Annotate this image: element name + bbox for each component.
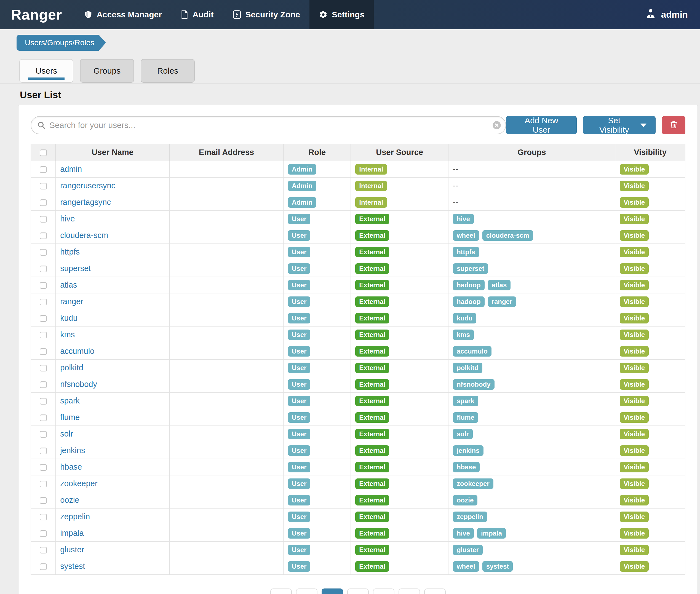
row-checkbox[interactable] — [40, 530, 47, 537]
row-checkbox[interactable] — [40, 266, 47, 272]
role-badge: Admin — [288, 197, 316, 208]
nav-item-security-zone[interactable]: Security Zone — [223, 0, 309, 29]
source-badge: External — [355, 478, 389, 489]
user-name-link[interactable]: oozie — [60, 496, 79, 504]
select-all-cell — [31, 144, 56, 161]
row-checkbox[interactable] — [40, 299, 47, 305]
table-row: hiveUserExternalhiveVisible — [31, 211, 686, 227]
row-checkbox[interactable] — [40, 464, 47, 471]
row-checkbox[interactable] — [40, 166, 47, 173]
email-cell — [170, 426, 284, 442]
row-checkbox[interactable] — [40, 332, 47, 338]
tab-roles[interactable]: Roles — [141, 59, 195, 83]
visibility-badge: Visible — [620, 379, 649, 390]
breadcrumb[interactable]: Users/Groups/Roles — [16, 35, 99, 51]
role-badge: User — [288, 396, 310, 406]
user-name-link[interactable]: nfsnobody — [60, 380, 97, 389]
email-cell — [170, 492, 284, 508]
row-checkbox[interactable] — [40, 497, 47, 504]
row-checkbox[interactable] — [40, 282, 47, 289]
row-checkbox[interactable] — [40, 365, 47, 371]
tab-users[interactable]: Users — [19, 59, 73, 83]
set-visibility-button[interactable]: Set Visibility — [583, 116, 656, 134]
page-button[interactable] — [399, 589, 420, 594]
user-name-link[interactable]: atlas — [60, 280, 77, 289]
page-button[interactable] — [424, 589, 446, 594]
user-name-link[interactable]: solr — [60, 429, 73, 438]
row-checkbox[interactable] — [40, 216, 47, 223]
user-name-link[interactable]: ranger — [60, 297, 83, 306]
delete-users-button[interactable] — [662, 116, 686, 134]
document-icon — [181, 10, 188, 19]
row-checkbox[interactable] — [40, 431, 47, 438]
nav-item-audit[interactable]: Audit — [171, 0, 223, 29]
user-name-link[interactable]: polkitd — [60, 363, 83, 372]
row-checkbox[interactable] — [40, 415, 47, 421]
row-checkbox[interactable] — [40, 183, 47, 190]
page-button[interactable] — [373, 589, 394, 594]
user-name-link[interactable]: hive — [60, 214, 75, 223]
user-name-link[interactable]: jenkins — [60, 446, 85, 455]
toolbar-buttons: Add New User Set Visibility — [506, 116, 686, 134]
toolbar: Add New User Set Visibility — [31, 116, 686, 134]
row-checkbox[interactable] — [40, 481, 47, 487]
user-name-link[interactable]: impala — [60, 529, 84, 537]
visibility-badge: Visible — [620, 313, 649, 324]
nav-item-access-manager[interactable]: Access Manager — [75, 0, 171, 29]
clear-search-icon[interactable] — [492, 121, 501, 130]
email-cell — [170, 277, 284, 293]
user-name-link[interactable]: admin — [60, 165, 82, 173]
user-name-link[interactable]: superset — [60, 264, 91, 273]
user-menu[interactable]: admin — [644, 0, 700, 29]
role-badge: User — [288, 296, 310, 307]
row-checkbox[interactable] — [40, 249, 47, 256]
row-checkbox[interactable] — [40, 315, 47, 322]
user-name-link[interactable]: spark — [60, 396, 80, 405]
user-name-link[interactable]: zookeeper — [60, 479, 97, 488]
row-checkbox[interactable] — [40, 547, 47, 554]
add-new-user-button[interactable]: Add New User — [506, 116, 577, 134]
trash-icon — [669, 120, 678, 131]
user-name-link[interactable]: httpfs — [60, 248, 80, 256]
row-checkbox[interactable] — [40, 232, 47, 239]
table-row: polkitdUserExternalpolkitdVisible — [31, 360, 686, 376]
user-name-link[interactable]: gluster — [60, 545, 84, 554]
user-name-link[interactable]: zeppelin — [60, 512, 90, 521]
search-input[interactable] — [31, 116, 506, 134]
table-row: rangertagsyncAdminInternal--Visible — [31, 194, 686, 211]
select-all-checkbox[interactable] — [40, 150, 47, 156]
group-tag: nfsnobody — [453, 379, 495, 390]
user-name-link[interactable]: kms — [60, 330, 75, 339]
row-checkbox[interactable] — [40, 448, 47, 454]
row-checkbox[interactable] — [40, 563, 47, 570]
page-button[interactable] — [347, 589, 369, 594]
user-name-link[interactable]: rangertagsync — [60, 198, 111, 206]
page-button[interactable] — [296, 589, 318, 594]
group-tag: cloudera-scm — [482, 230, 533, 241]
user-name-link[interactable]: systest — [60, 562, 85, 570]
user-name-link[interactable]: rangerusersync — [60, 181, 115, 190]
nav-item-settings[interactable]: Settings — [309, 0, 374, 29]
ranger-logo[interactable]: Ranger — [0, 0, 75, 29]
row-checkbox[interactable] — [40, 199, 47, 206]
group-tag: wheel — [453, 561, 479, 572]
group-tag: ranger — [488, 296, 516, 307]
user-name-link[interactable]: cloudera-scm — [60, 231, 108, 240]
user-name-link[interactable]: hbase — [60, 462, 82, 471]
table-row: atlasUserExternalhadoopatlasVisible — [31, 277, 686, 293]
row-checkbox[interactable] — [40, 398, 47, 404]
visibility-badge: Visible — [620, 446, 649, 456]
row-checkbox[interactable] — [40, 514, 47, 520]
row-checkbox[interactable] — [40, 382, 47, 388]
page-button-active[interactable] — [322, 589, 343, 594]
role-badge: User — [288, 313, 310, 324]
visibility-badge: Visible — [620, 164, 649, 174]
row-checkbox[interactable] — [40, 348, 47, 355]
page-button[interactable] — [270, 589, 292, 594]
user-name-link[interactable]: kudu — [60, 314, 77, 322]
user-name-link[interactable]: accumulo — [60, 346, 94, 356]
tab-groups[interactable]: Groups — [80, 59, 134, 83]
user-icon — [644, 7, 657, 22]
source-badge: External — [355, 280, 389, 290]
user-name-link[interactable]: flume — [60, 413, 80, 422]
